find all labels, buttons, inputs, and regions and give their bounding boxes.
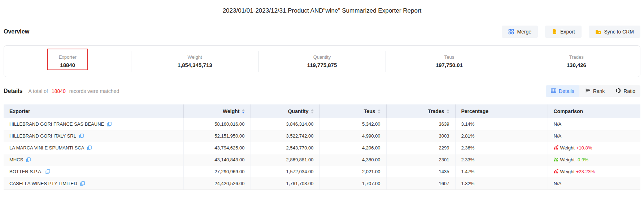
table-row: MHCS 43,140,843.00 2,869,881.00 4,380.00…	[4, 154, 640, 166]
teus-cell: 5,342.00	[319, 118, 386, 130]
details-header-row: Details A total of 18840 records were ma…	[4, 85, 640, 97]
stat-value: 18840	[60, 62, 75, 68]
quantity-cell: 3,846,314.00	[251, 118, 319, 130]
exporter-table: Exporter Weight Quantity Teus Trades	[4, 104, 640, 190]
weight-cell: 58,160,816.00	[183, 118, 251, 130]
column-header-exporter: Exporter	[4, 104, 183, 118]
teus-cell: 4,380.00	[319, 154, 386, 166]
column-header-teus[interactable]: Teus	[319, 104, 386, 118]
exporter-name[interactable]: LA MARCA VINI E SPUMANTI SCA	[9, 145, 84, 151]
exporter-name[interactable]: HILLEBRAND GORI ITALY SRL	[9, 133, 76, 139]
table-header: Exporter Weight Quantity Teus Trades	[4, 104, 640, 118]
sort-icon-weight[interactable]	[242, 109, 245, 113]
percentage-cell: 2.33%	[455, 154, 548, 166]
export-file-icon	[552, 29, 557, 35]
stat-weight: Weight 1,854,345,713	[131, 46, 258, 77]
sync-to-crm-button[interactable]: Sync to CRM	[589, 26, 640, 38]
stat-label: Exporter	[59, 54, 77, 60]
percentage-cell: 1.32%	[455, 178, 548, 189]
trades-cell: 3003	[386, 130, 455, 142]
copy-icon[interactable]	[26, 157, 31, 162]
copy-icon[interactable]	[79, 134, 84, 138]
teus-cell: 4,206.00	[319, 142, 386, 154]
stat-value: 197,750.01	[436, 62, 463, 68]
comparison-cell: N/A	[548, 118, 640, 130]
trades-cell: 2299	[386, 142, 455, 154]
overview-header-row: Overview Merge Export Sync to CRM	[4, 25, 640, 38]
details-heading-group: Details A total of 18840 records were ma…	[4, 88, 119, 94]
quantity-cell: 1,572,034.00	[251, 166, 319, 178]
view-tab-details-label: Details	[559, 88, 574, 94]
quantity-cell: 2,543,770.00	[251, 142, 319, 154]
summary-count: 18840	[52, 88, 66, 94]
column-header-percentage: Percentage	[455, 104, 548, 118]
merge-icon	[508, 29, 514, 35]
merge-button-label: Merge	[517, 29, 531, 35]
down-trend-chart-icon	[554, 157, 559, 163]
sort-icon-trades[interactable]	[447, 109, 449, 113]
weight-cell: 43,140,843.00	[183, 154, 251, 166]
teus-cell: 1,707.00	[319, 178, 386, 189]
exporter-name[interactable]: MHCS	[9, 157, 23, 162]
comparison-cell: Weight +23.23%	[548, 166, 640, 178]
copy-icon[interactable]	[80, 181, 85, 186]
percentage-cell: 2.36%	[455, 142, 548, 154]
stat-exporter: Exporter 18840	[4, 46, 131, 77]
column-header-weight[interactable]: Weight	[183, 104, 251, 118]
export-button[interactable]: Export	[545, 26, 581, 38]
comparison-value: +23.23%	[576, 169, 595, 174]
column-header-comparison: Comparison	[548, 104, 640, 118]
page-title: 2023/01/01-2023/12/31,Product AND"wine" …	[4, 7, 640, 14]
weight-cell: 24,420,526.00	[183, 178, 251, 189]
copy-icon[interactable]	[107, 122, 112, 126]
view-tab-ratio[interactable]: Ratio	[610, 85, 640, 97]
stat-teus: Teus 197,750.01	[386, 46, 513, 77]
summary-suffix: records were matched	[69, 88, 119, 94]
comparison-metric: Weight	[560, 169, 575, 174]
table-row: CASELLA WINES PTY LIMITED 24,420,526.00 …	[4, 178, 640, 189]
summarized-exporter-report-page: 2023/01/01-2023/12/31,Product AND"wine" …	[0, 7, 644, 197]
comparison-value: +10.8%	[576, 145, 592, 151]
up-trend-chart-icon	[554, 169, 559, 175]
exporter-name[interactable]: CASELLA WINES PTY LIMITED	[9, 181, 77, 186]
exporter-name[interactable]: HILLEBRAND GORI FRANCE SAS BEAUNE	[9, 121, 104, 127]
column-header-trades[interactable]: Trades	[386, 104, 455, 118]
overview-heading: Overview	[4, 28, 29, 35]
quantity-cell: 2,869,881.00	[251, 154, 319, 166]
table-row: LA MARCA VINI E SPUMANTI SCA 43,794,625.…	[4, 142, 640, 154]
comparison-cell: N/A	[548, 178, 640, 189]
percentage-cell: 1.47%	[455, 166, 548, 178]
up-trend-chart-icon	[554, 145, 559, 151]
sync-folder-icon	[595, 29, 601, 35]
view-tab-rank-label: Rank	[593, 88, 605, 94]
table-row: HILLEBRAND GORI ITALY SRL 52,151,950.00 …	[4, 130, 640, 142]
copy-icon[interactable]	[87, 145, 92, 150]
sort-icon-quantity[interactable]	[311, 109, 314, 113]
sort-icon-teus[interactable]	[378, 109, 380, 113]
comparison-cell: N/A	[548, 130, 640, 142]
copy-icon[interactable]	[45, 169, 50, 174]
comparison-cell: Weight +10.8%	[548, 142, 640, 154]
weight-cell: 43,794,625.00	[183, 142, 251, 154]
summary-prefix: A total of	[28, 88, 48, 94]
comparison-cell: Weight -0.9%	[548, 154, 640, 166]
exporter-name[interactable]: BOTTER S.P.A.	[9, 169, 43, 174]
percentage-cell: 2.81%	[455, 130, 548, 142]
sync-to-crm-button-label: Sync to CRM	[604, 29, 634, 35]
trades-cell: 1435	[386, 166, 455, 178]
comparison-metric: Weight	[560, 157, 575, 162]
stat-value: 130,426	[567, 62, 586, 68]
stat-label: Weight	[187, 54, 202, 60]
trades-cell: 3639	[386, 118, 455, 130]
records-matched-summary: A total of 18840 records were matched	[28, 88, 119, 94]
comparison-value: -0.9%	[576, 157, 588, 162]
view-tab-rank[interactable]: Rank	[580, 85, 610, 97]
stat-value: 1,854,345,713	[178, 62, 212, 68]
toolbar: Merge Export Sync to CRM	[502, 26, 640, 38]
view-tab-ratio-label: Ratio	[623, 88, 635, 94]
rank-chart-icon	[585, 88, 591, 94]
teus-cell: 2,021.00	[319, 166, 386, 178]
merge-button[interactable]: Merge	[502, 26, 538, 38]
view-tab-details[interactable]: Details	[546, 85, 579, 97]
column-header-quantity[interactable]: Quantity	[251, 104, 319, 118]
